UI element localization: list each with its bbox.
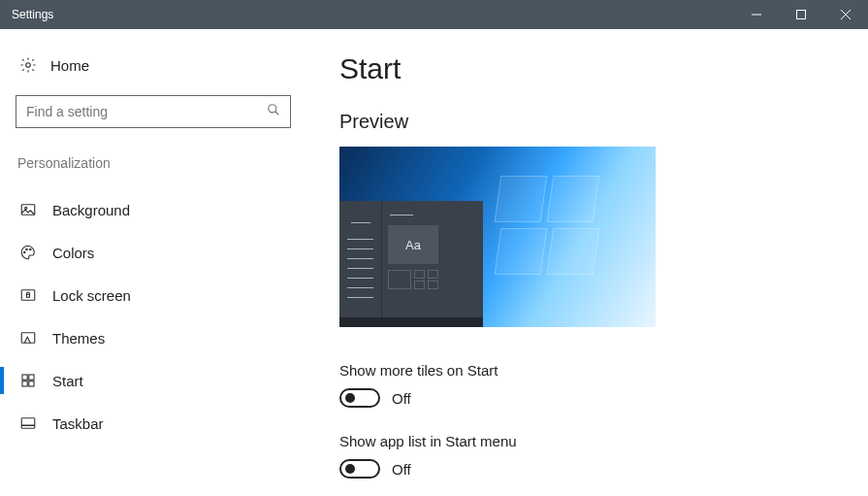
svg-rect-13 — [22, 381, 27, 386]
svg-point-2 — [269, 105, 276, 113]
setting-label-applist: Show app list in Start menu — [339, 433, 868, 449]
svg-point-6 — [26, 248, 28, 250]
sidebar-item-label: Lock screen — [52, 287, 131, 304]
picture-icon — [19, 201, 37, 218]
maximize-button[interactable] — [779, 0, 823, 29]
sidebar-item-themes[interactable]: Themes — [16, 316, 293, 359]
sidebar-item-label: Colors — [52, 245, 94, 261]
search-box[interactable] — [16, 95, 291, 128]
svg-rect-12 — [29, 375, 34, 380]
preview-heading: Preview — [339, 111, 868, 133]
home-button[interactable]: Home — [16, 56, 293, 74]
sidebar-item-taskbar[interactable]: Taskbar — [16, 402, 293, 445]
preview-tile-text: Aa — [388, 225, 438, 264]
sidebar-item-lock-screen[interactable]: Lock screen — [16, 274, 293, 316]
svg-rect-8 — [21, 290, 35, 301]
taskbar-icon — [19, 414, 37, 432]
main-content: Start Preview Aa — [310, 29, 868, 496]
sidebar-item-background[interactable]: Background — [16, 188, 293, 231]
windows-logo-backdrop — [498, 176, 614, 292]
toggle-app-list[interactable] — [339, 459, 380, 479]
toggle-more-tiles[interactable] — [339, 388, 380, 408]
search-icon — [267, 103, 280, 120]
close-button[interactable] — [823, 0, 868, 29]
minimize-button[interactable] — [734, 0, 779, 29]
sidebar-item-label: Background — [52, 202, 130, 218]
start-grid-icon — [19, 372, 37, 389]
sidebar-item-start[interactable]: Start — [16, 359, 293, 402]
svg-point-1 — [26, 63, 31, 68]
sidebar: Home Personalization Background Colors — [0, 29, 310, 496]
toggle-app-list-state: Off — [392, 461, 411, 478]
svg-rect-15 — [21, 418, 35, 429]
window-title: Settings — [12, 8, 734, 21]
lock-frame-icon — [19, 286, 37, 304]
sidebar-item-label: Start — [52, 373, 83, 389]
page-title: Start — [339, 52, 868, 85]
svg-rect-11 — [22, 375, 27, 380]
palette-icon — [19, 244, 37, 261]
home-label: Home — [50, 57, 89, 74]
sidebar-item-colors[interactable]: Colors — [16, 231, 293, 274]
search-input[interactable] — [26, 104, 267, 119]
close-icon — [841, 10, 851, 19]
sidebar-item-label: Themes — [52, 330, 105, 347]
start-preview: Aa — [339, 147, 656, 327]
setting-label-tiles: Show more tiles on Start — [339, 362, 868, 379]
svg-rect-14 — [29, 381, 34, 386]
brush-icon — [19, 329, 37, 347]
svg-point-5 — [24, 251, 26, 253]
minimize-icon — [752, 10, 761, 19]
svg-rect-0 — [797, 11, 806, 19]
svg-rect-9 — [27, 294, 30, 297]
titlebar: Settings — [0, 0, 868, 29]
toggle-more-tiles-state: Off — [392, 390, 411, 407]
maximize-icon — [796, 10, 806, 19]
section-header: Personalization — [16, 155, 293, 171]
start-menu-mock: Aa — [339, 201, 483, 327]
gear-icon — [19, 56, 37, 74]
sidebar-item-label: Taskbar — [52, 415, 104, 432]
svg-point-7 — [30, 248, 32, 250]
